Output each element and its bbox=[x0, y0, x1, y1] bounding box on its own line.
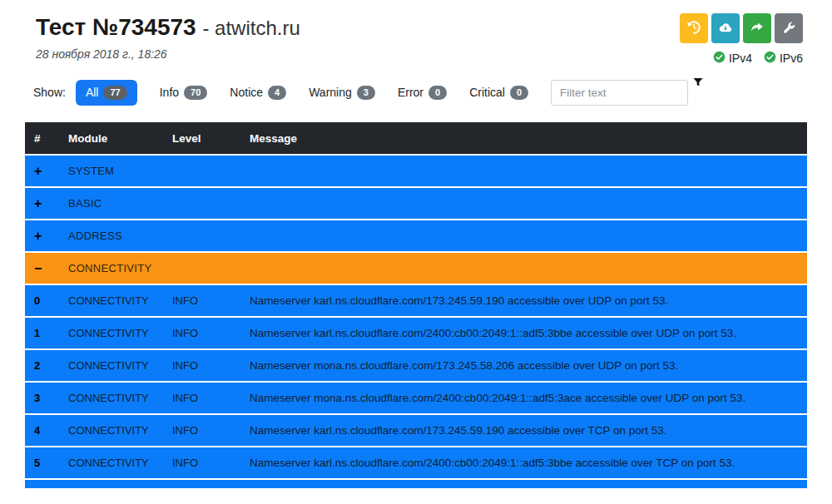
tab-critical-count: 0 bbox=[510, 86, 528, 100]
group-row-basic[interactable]: + BASIC bbox=[25, 186, 807, 219]
results-table: # Module Level Message + SYSTEM + BASIC … bbox=[25, 122, 807, 488]
group-name: SYSTEM bbox=[68, 165, 172, 177]
ipv6-label: IPv6 bbox=[780, 52, 803, 65]
tab-error-label: Error bbox=[398, 86, 423, 99]
header: Тест №734573 - atwitch.ru 28 ноября 2018… bbox=[0, 0, 832, 66]
header-titles: Тест №734573 - atwitch.ru 28 ноября 2018… bbox=[36, 13, 300, 66]
row-module: CONNECTIVITY bbox=[68, 392, 172, 404]
row-number: 1 bbox=[25, 327, 68, 339]
show-label: Show: bbox=[33, 86, 66, 99]
history-icon bbox=[686, 20, 701, 37]
page-title: Тест №734573 - atwitch.ru bbox=[36, 13, 300, 42]
col-header-message: Message bbox=[250, 132, 807, 145]
row-module: CONNECTIVITY bbox=[68, 424, 172, 437]
row-number: 4 bbox=[25, 424, 68, 437]
row-level: INFO bbox=[172, 327, 250, 339]
tab-all-label: All bbox=[86, 86, 99, 99]
tab-warning-count: 3 bbox=[357, 86, 375, 100]
group-name: CONNECTIVITY bbox=[68, 262, 172, 274]
tab-error[interactable]: Error 0 bbox=[398, 86, 447, 100]
row-message: Nameserver karl.ns.cloudflare.com/2400:c… bbox=[250, 457, 807, 469]
collapse-icon[interactable]: − bbox=[25, 261, 68, 276]
row-number: 5 bbox=[25, 457, 68, 469]
wrench-icon bbox=[781, 20, 796, 37]
row-level: INFO bbox=[172, 359, 250, 372]
col-header-module: Module bbox=[68, 132, 172, 145]
row-level: INFO bbox=[172, 457, 250, 469]
table-row[interactable]: 3 CONNECTIVITY INFO Nameserver mona.ns.c… bbox=[25, 381, 807, 413]
group-row-connectivity[interactable]: − CONNECTIVITY bbox=[25, 251, 807, 284]
filter-funnel-icon[interactable] bbox=[692, 77, 704, 91]
group-row-system[interactable]: + SYSTEM bbox=[25, 154, 807, 186]
check-circle-icon bbox=[713, 51, 726, 66]
table-row[interactable]: 1 CONNECTIVITY INFO Nameserver karl.ns.c… bbox=[25, 316, 807, 348]
tab-notice[interactable]: Notice 4 bbox=[230, 86, 286, 100]
expand-icon[interactable]: + bbox=[25, 229, 68, 244]
table-row[interactable]: 2 CONNECTIVITY INFO Nameserver mona.ns.c… bbox=[25, 348, 807, 381]
tab-info[interactable]: Info 70 bbox=[160, 86, 208, 100]
row-module: CONNECTIVITY bbox=[68, 359, 172, 372]
row-module: CONNECTIVITY bbox=[68, 457, 172, 469]
header-actions: IPv4 IPv6 bbox=[680, 13, 803, 66]
ipv6-status: IPv6 bbox=[764, 51, 803, 66]
row-number: 0 bbox=[25, 294, 68, 307]
share-icon bbox=[750, 20, 765, 37]
expand-icon[interactable]: + bbox=[25, 196, 68, 211]
settings-button[interactable] bbox=[775, 13, 803, 43]
row-message: Nameserver karl.ns.cloudflare.com/173.24… bbox=[250, 424, 807, 437]
test-number: Тест №734573 bbox=[36, 14, 196, 40]
tested-domain: - atwitch.ru bbox=[202, 17, 300, 39]
tab-all-count: 77 bbox=[103, 86, 126, 100]
ipv4-status: IPv4 bbox=[713, 51, 752, 66]
filter-text-input[interactable] bbox=[551, 80, 688, 106]
tab-all[interactable]: All 77 bbox=[76, 80, 137, 106]
row-module: CONNECTIVITY bbox=[68, 294, 172, 307]
cloud-download-button[interactable] bbox=[711, 13, 740, 43]
row-level: INFO bbox=[172, 424, 250, 437]
table-row[interactable]: 4 CONNECTIVITY INFO Nameserver karl.ns.c… bbox=[25, 413, 807, 446]
check-circle-icon bbox=[764, 51, 776, 66]
tab-notice-count: 4 bbox=[268, 86, 286, 100]
row-message: Nameserver mona.ns.cloudflare.com/2400:c… bbox=[250, 392, 807, 404]
row-number: 2 bbox=[25, 359, 68, 372]
row-module: CONNECTIVITY bbox=[68, 327, 172, 339]
table-row[interactable]: 0 CONNECTIVITY INFO Nameserver karl.ns.c… bbox=[25, 284, 807, 316]
tab-error-count: 0 bbox=[428, 86, 447, 100]
row-message: Nameserver mona.ns.cloudflare.com/173.24… bbox=[250, 359, 807, 372]
col-header-num: # bbox=[25, 132, 68, 145]
tab-info-count: 70 bbox=[184, 86, 207, 100]
tab-notice-label: Notice bbox=[230, 86, 263, 99]
ip-status: IPv4 IPv6 bbox=[713, 51, 803, 66]
table-header-row: # Module Level Message bbox=[25, 122, 807, 154]
col-header-level: Level bbox=[172, 132, 250, 145]
tab-critical[interactable]: Critical 0 bbox=[469, 86, 528, 100]
ipv4-label: IPv4 bbox=[729, 52, 752, 65]
expand-icon[interactable]: + bbox=[25, 164, 68, 179]
table-row-clipped[interactable] bbox=[25, 478, 807, 488]
group-name: ADDRESS bbox=[68, 230, 172, 242]
group-row-address[interactable]: + ADDRESS bbox=[25, 219, 807, 251]
test-date: 28 ноября 2018 г., 18:26 bbox=[36, 47, 300, 61]
toolbar bbox=[680, 13, 803, 43]
row-message: Nameserver karl.ns.cloudflare.com/2400:c… bbox=[250, 327, 807, 339]
tab-warning[interactable]: Warning 3 bbox=[309, 86, 375, 100]
history-button[interactable] bbox=[680, 13, 708, 43]
filter-bar: Show: All 77 Info 70 Notice 4 Warning 3 … bbox=[0, 79, 832, 106]
dns-test-results-page: Тест №734573 - atwitch.ru 28 ноября 2018… bbox=[0, 0, 832, 504]
row-message: Nameserver karl.ns.cloudflare.com/173.24… bbox=[250, 294, 807, 307]
cloud-download-icon bbox=[718, 20, 733, 37]
tab-critical-label: Critical bbox=[469, 86, 505, 99]
tab-info-label: Info bbox=[160, 86, 179, 99]
row-level: INFO bbox=[172, 392, 250, 404]
group-name: BASIC bbox=[68, 197, 172, 210]
tab-warning-label: Warning bbox=[309, 86, 352, 99]
share-button[interactable] bbox=[743, 13, 771, 43]
row-level: INFO bbox=[172, 294, 250, 307]
table-row[interactable]: 5 CONNECTIVITY INFO Nameserver karl.ns.c… bbox=[25, 446, 807, 478]
row-number: 3 bbox=[25, 392, 68, 404]
